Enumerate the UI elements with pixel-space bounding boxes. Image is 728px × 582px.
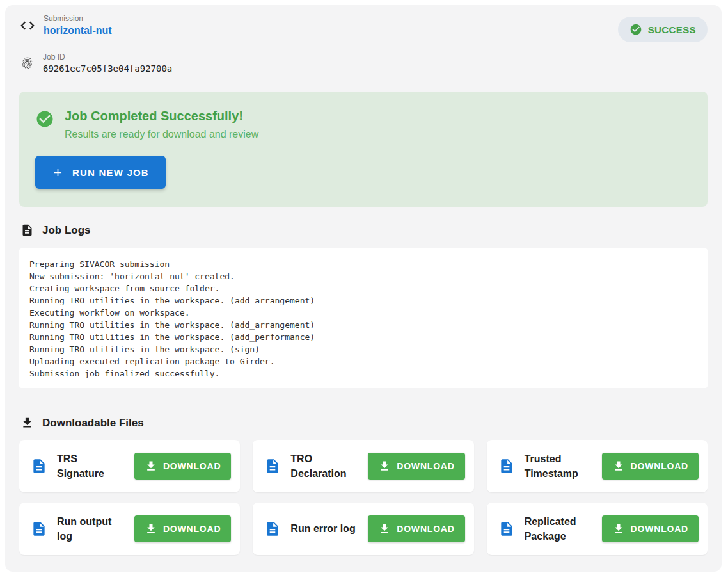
download-icon (145, 522, 157, 535)
download-icon (612, 460, 625, 473)
job-id-texts: Job ID 69261ec7c05f3e04fa92700a (43, 53, 172, 74)
run-new-job-button[interactable]: RUN NEW JOB (35, 156, 166, 189)
success-banner-subtitle: Results are ready for download and revie… (65, 129, 258, 140)
job-logs-text: Preparing SIVACOR submission New submiss… (29, 258, 697, 380)
download-icon (612, 522, 625, 535)
download-button-run-output-log[interactable]: DOWNLOAD (134, 515, 231, 542)
run-new-job-label: RUN NEW JOB (72, 167, 149, 178)
file-card-replicated-package: Replicated Package DOWNLOAD (487, 503, 708, 555)
success-banner-head: Job Completed Successfully! Results are … (35, 108, 692, 140)
check-circle-icon (629, 23, 642, 36)
file-label: TRO Declaration (290, 451, 358, 481)
job-logs-title: Job Logs (42, 224, 91, 237)
file-label: TRS Signature (57, 451, 125, 481)
job-id-block: Job ID 69261ec7c05f3e04fa92700a (5, 42, 722, 74)
downloadable-files-heading: Downloadable Files (20, 416, 708, 430)
files-grid: TRS Signature DOWNLOAD TRO Declaration D… (19, 440, 708, 555)
header: Submission horizontal-nut SUCCESS (5, 5, 722, 42)
job-logs-heading: Job Logs (20, 223, 708, 237)
file-card-trusted-timestamp: Trusted Timestamp DOWNLOAD (487, 440, 708, 492)
code-icon (19, 17, 36, 34)
submission-block: Submission horizontal-nut (19, 14, 112, 36)
download-button-label: DOWNLOAD (397, 461, 454, 471)
download-button-run-error-log[interactable]: DOWNLOAD (368, 515, 464, 542)
download-button-label: DOWNLOAD (631, 524, 688, 534)
submission-texts: Submission horizontal-nut (44, 14, 112, 36)
submission-name-link[interactable]: horizontal-nut (44, 25, 112, 36)
document-icon (498, 458, 515, 474)
status-badge-label: SUCCESS (648, 24, 696, 35)
downloadable-files-title: Downloadable Files (42, 417, 144, 430)
download-button-label: DOWNLOAD (631, 461, 688, 471)
file-label: Run error log (290, 521, 358, 536)
page-surface: Submission horizontal-nut SUCCESS Job ID… (5, 5, 722, 572)
document-icon (264, 458, 281, 474)
download-button-label: DOWNLOAD (163, 461, 221, 471)
status-badge: SUCCESS (618, 17, 708, 42)
file-label: Run output log (57, 514, 125, 544)
download-button-replicated-package[interactable]: DOWNLOAD (602, 515, 699, 542)
job-id-value: 69261ec7c05f3e04fa92700a (43, 63, 172, 74)
document-icon (31, 521, 47, 537)
job-logs-panel: Preparing SIVACOR submission New submiss… (19, 248, 708, 388)
job-id-label: Job ID (43, 53, 172, 61)
file-card-run-error-log: Run error log DOWNLOAD (253, 503, 473, 555)
download-icon (378, 460, 391, 473)
success-banner: Job Completed Successfully! Results are … (19, 92, 708, 207)
check-circle-icon (35, 109, 54, 129)
download-icon (378, 522, 391, 535)
file-card-tro-declaration: TRO Declaration DOWNLOAD (253, 440, 473, 492)
fingerprint-icon (20, 56, 34, 70)
plus-icon (52, 166, 64, 179)
file-card-trs-signature: TRS Signature DOWNLOAD (19, 440, 240, 492)
file-card-run-output-log: Run output log DOWNLOAD (19, 503, 240, 555)
download-icon (145, 460, 157, 473)
download-button-trs-signature[interactable]: DOWNLOAD (134, 453, 231, 480)
download-button-trusted-timestamp[interactable]: DOWNLOAD (602, 453, 699, 480)
document-icon (31, 458, 47, 474)
success-banner-title: Job Completed Successfully! (65, 108, 258, 124)
download-icon (20, 416, 34, 430)
download-button-label: DOWNLOAD (163, 524, 221, 534)
submission-label: Submission (44, 14, 112, 23)
success-banner-texts: Job Completed Successfully! Results are … (65, 108, 258, 140)
file-label: Replicated Package (525, 514, 592, 544)
download-button-label: DOWNLOAD (397, 524, 454, 534)
document-icon (20, 223, 34, 237)
file-label: Trusted Timestamp (525, 451, 592, 481)
download-button-tro-declaration[interactable]: DOWNLOAD (368, 453, 464, 480)
document-icon (498, 521, 515, 537)
document-icon (264, 521, 281, 537)
